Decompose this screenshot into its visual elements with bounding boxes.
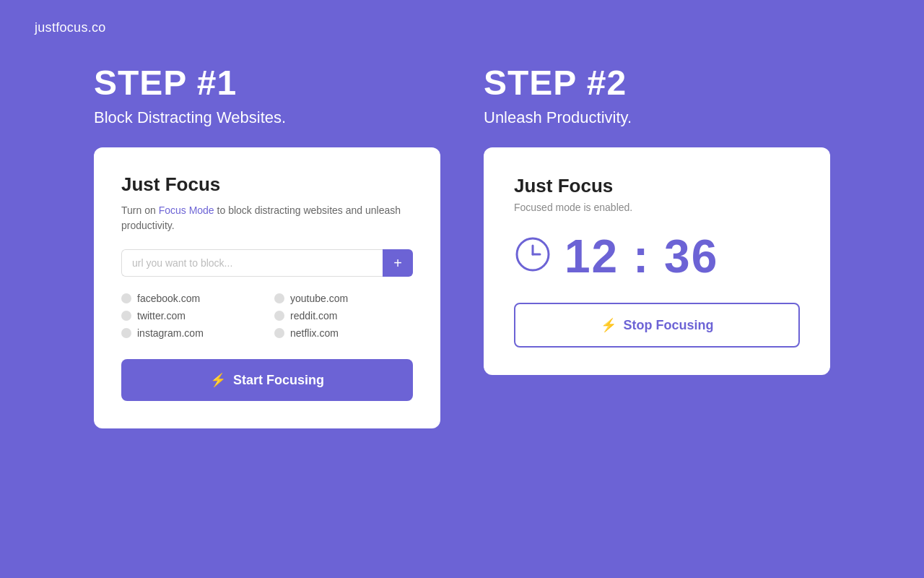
step1-subtitle: Block Distracting Websites. [94, 108, 440, 127]
list-item: reddit.com [274, 310, 413, 322]
step1-column: STEP #1 Block Distracting Websites. Just… [94, 63, 440, 428]
site-label: youtube.com [290, 293, 348, 304]
clock-icon [514, 236, 552, 278]
step2-label: STEP #2 [484, 63, 830, 103]
site-dot-icon [121, 328, 131, 338]
site-dot-icon [121, 311, 131, 321]
step2-card-title: Just Focus [514, 175, 800, 197]
step2-card: Just Focus Focused mode is enabled. 12 :… [484, 147, 830, 375]
site-dot-icon [121, 293, 131, 303]
start-focusing-button[interactable]: ⚡ Start Focusing [121, 359, 413, 401]
site-dot-icon [274, 293, 284, 303]
url-input[interactable] [121, 249, 383, 277]
focus-mode-link[interactable]: Focus Mode [159, 204, 214, 216]
list-item: twitter.com [121, 310, 260, 322]
add-url-button[interactable]: + [383, 249, 413, 277]
site-label: facebook.com [137, 293, 200, 304]
start-button-label: Start Focusing [233, 373, 324, 388]
site-label: netflix.com [290, 327, 339, 339]
step1-label: STEP #1 [94, 63, 440, 103]
step1-card-title: Just Focus [121, 173, 413, 196]
focused-status: Focused mode is enabled. [514, 202, 800, 213]
step2-column: STEP #2 Unleash Productivity. Just Focus… [484, 63, 830, 428]
main-content: STEP #1 Block Distracting Websites. Just… [0, 63, 924, 428]
list-item: youtube.com [274, 293, 413, 304]
timer-row: 12 : 36 [514, 233, 800, 280]
bolt-icon: ⚡ [210, 372, 226, 388]
list-item: facebook.com [121, 293, 260, 304]
step2-subtitle: Unleash Productivity. [484, 108, 830, 127]
list-item: instagram.com [121, 327, 260, 339]
stop-focusing-button[interactable]: ⚡ Stop Focusing [514, 303, 800, 348]
timer-display: 12 : 36 [565, 233, 718, 280]
site-label: instagram.com [137, 327, 204, 339]
site-label: reddit.com [290, 310, 337, 322]
site-dot-icon [274, 311, 284, 321]
logo: justfocus.co [0, 0, 924, 56]
blocked-sites-list: facebook.com youtube.com twitter.com red… [121, 293, 413, 339]
step1-card: Just Focus Turn on Focus Mode to block d… [94, 147, 440, 428]
bolt-icon: ⚡ [601, 317, 616, 333]
url-input-row: + [121, 249, 413, 277]
list-item: netflix.com [274, 327, 413, 339]
site-label: twitter.com [137, 310, 186, 322]
site-dot-icon [274, 328, 284, 338]
stop-button-label: Stop Focusing [624, 318, 714, 333]
desc-before: Turn on [121, 204, 159, 216]
step1-card-desc: Turn on Focus Mode to block distracting … [121, 203, 413, 233]
